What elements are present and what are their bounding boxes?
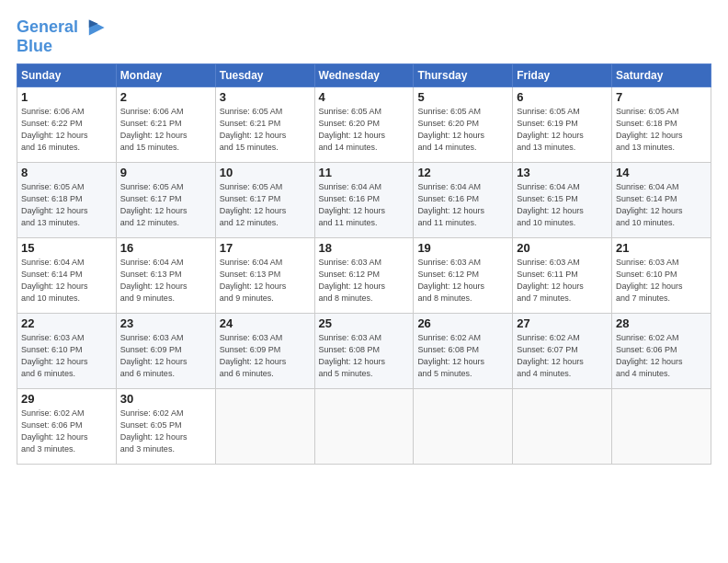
day-info: Sunrise: 6:02 AMSunset: 6:07 PMDaylight:… [517, 332, 608, 380]
calendar-cell: 11Sunrise: 6:04 AMSunset: 6:16 PMDayligh… [314, 163, 414, 238]
calendar-cell: 24Sunrise: 6:03 AMSunset: 6:09 PMDayligh… [215, 314, 314, 389]
calendar-cell: 17Sunrise: 6:04 AMSunset: 6:13 PMDayligh… [215, 238, 314, 314]
calendar-cell: 8Sunrise: 6:05 AMSunset: 6:18 PMDaylight… [17, 163, 117, 238]
day-info: Sunrise: 6:02 AMSunset: 6:05 PMDaylight:… [120, 408, 211, 455]
day-number: 8 [21, 166, 112, 179]
day-info: Sunrise: 6:06 AMSunset: 6:22 PMDaylight:… [21, 106, 112, 154]
calendar-week-row: 1Sunrise: 6:06 AMSunset: 6:22 PMDaylight… [17, 87, 711, 163]
day-number: 2 [120, 90, 211, 104]
calendar-week-row: 29Sunrise: 6:02 AMSunset: 6:06 PMDayligh… [17, 389, 711, 465]
calendar-cell: 12Sunrise: 6:04 AMSunset: 6:16 PMDayligh… [414, 163, 513, 238]
calendar-cell: 22Sunrise: 6:03 AMSunset: 6:10 PMDayligh… [17, 314, 117, 389]
day-info: Sunrise: 6:05 AMSunset: 6:20 PMDaylight:… [417, 106, 508, 154]
day-info: Sunrise: 6:05 AMSunset: 6:17 PMDaylight:… [220, 181, 311, 229]
weekday-header: Tuesday [215, 64, 314, 87]
day-number: 23 [120, 316, 211, 330]
day-number: 6 [517, 90, 608, 104]
day-info: Sunrise: 6:05 AMSunset: 6:18 PMDaylight:… [616, 106, 707, 154]
weekday-header: Thursday [414, 64, 513, 87]
day-number: 4 [319, 90, 410, 104]
day-number: 12 [417, 166, 508, 179]
calendar-cell: 5Sunrise: 6:05 AMSunset: 6:20 PMDaylight… [414, 87, 513, 163]
calendar-cell: 4Sunrise: 6:05 AMSunset: 6:20 PMDaylight… [314, 87, 414, 163]
calendar-cell [612, 389, 711, 465]
calendar-cell [314, 389, 414, 465]
day-info: Sunrise: 6:03 AMSunset: 6:08 PMDaylight:… [319, 332, 410, 380]
day-info: Sunrise: 6:04 AMSunset: 6:16 PMDaylight:… [319, 181, 410, 229]
day-info: Sunrise: 6:04 AMSunset: 6:15 PMDaylight:… [517, 181, 608, 229]
day-info: Sunrise: 6:02 AMSunset: 6:06 PMDaylight:… [616, 332, 707, 380]
day-number: 5 [417, 90, 508, 104]
day-number: 9 [120, 166, 211, 179]
day-info: Sunrise: 6:05 AMSunset: 6:19 PMDaylight:… [517, 106, 608, 154]
day-number: 10 [220, 166, 311, 179]
day-info: Sunrise: 6:04 AMSunset: 6:14 PMDaylight:… [21, 257, 112, 304]
calendar-cell: 15Sunrise: 6:04 AMSunset: 6:14 PMDayligh… [17, 238, 117, 314]
calendar-cell: 7Sunrise: 6:05 AMSunset: 6:18 PMDaylight… [612, 87, 711, 163]
day-number: 20 [517, 241, 608, 255]
day-info: Sunrise: 6:05 AMSunset: 6:21 PMDaylight:… [220, 106, 311, 154]
day-info: Sunrise: 6:03 AMSunset: 6:09 PMDaylight:… [120, 332, 211, 380]
calendar-cell: 20Sunrise: 6:03 AMSunset: 6:11 PMDayligh… [513, 238, 612, 314]
calendar-table: SundayMondayTuesdayWednesdayThursdayFrid… [17, 63, 711, 465]
weekday-header: Friday [513, 64, 612, 87]
day-info: Sunrise: 6:04 AMSunset: 6:14 PMDaylight:… [616, 181, 707, 229]
calendar-cell: 27Sunrise: 6:02 AMSunset: 6:07 PMDayligh… [513, 314, 612, 389]
day-number: 18 [319, 241, 410, 255]
day-info: Sunrise: 6:02 AMSunset: 6:08 PMDaylight:… [417, 332, 508, 380]
day-info: Sunrise: 6:05 AMSunset: 6:18 PMDaylight:… [21, 181, 112, 229]
day-number: 3 [220, 90, 311, 104]
logo-icon [80, 15, 106, 40]
page-container: General Blue SundayMondayTuesdayWednesda… [0, 0, 728, 474]
calendar-cell: 21Sunrise: 6:03 AMSunset: 6:10 PMDayligh… [612, 238, 711, 314]
calendar-week-row: 8Sunrise: 6:05 AMSunset: 6:18 PMDaylight… [17, 163, 711, 238]
calendar-cell: 25Sunrise: 6:03 AMSunset: 6:08 PMDayligh… [314, 314, 414, 389]
day-number: 29 [21, 392, 112, 406]
calendar-cell: 28Sunrise: 6:02 AMSunset: 6:06 PMDayligh… [612, 314, 711, 389]
day-info: Sunrise: 6:06 AMSunset: 6:21 PMDaylight:… [120, 106, 211, 154]
day-number: 22 [21, 316, 112, 330]
day-info: Sunrise: 6:03 AMSunset: 6:11 PMDaylight:… [517, 257, 608, 304]
day-info: Sunrise: 6:04 AMSunset: 6:16 PMDaylight:… [417, 181, 508, 229]
day-info: Sunrise: 6:05 AMSunset: 6:20 PMDaylight:… [319, 106, 410, 154]
calendar-cell: 29Sunrise: 6:02 AMSunset: 6:06 PMDayligh… [17, 389, 117, 465]
day-number: 19 [417, 241, 508, 255]
logo-text: General [17, 18, 78, 37]
weekday-header: Monday [116, 64, 215, 87]
day-number: 14 [616, 166, 707, 179]
day-info: Sunrise: 6:04 AMSunset: 6:13 PMDaylight:… [120, 257, 211, 304]
day-number: 21 [616, 241, 707, 255]
weekday-header: Sunday [17, 64, 117, 87]
day-info: Sunrise: 6:03 AMSunset: 6:10 PMDaylight:… [616, 257, 707, 304]
calendar-cell: 2Sunrise: 6:06 AMSunset: 6:21 PMDaylight… [116, 87, 215, 163]
day-number: 24 [220, 316, 311, 330]
calendar-cell: 3Sunrise: 6:05 AMSunset: 6:21 PMDaylight… [215, 87, 314, 163]
calendar-cell: 26Sunrise: 6:02 AMSunset: 6:08 PMDayligh… [414, 314, 513, 389]
calendar-cell: 19Sunrise: 6:03 AMSunset: 6:12 PMDayligh… [414, 238, 513, 314]
calendar-header-row: SundayMondayTuesdayWednesdayThursdayFrid… [17, 64, 711, 87]
day-info: Sunrise: 6:03 AMSunset: 6:09 PMDaylight:… [220, 332, 311, 380]
day-info: Sunrise: 6:03 AMSunset: 6:12 PMDaylight:… [319, 257, 410, 304]
day-number: 30 [120, 392, 211, 406]
calendar-cell: 14Sunrise: 6:04 AMSunset: 6:14 PMDayligh… [612, 163, 711, 238]
day-info: Sunrise: 6:02 AMSunset: 6:06 PMDaylight:… [21, 408, 112, 455]
day-number: 26 [417, 316, 508, 330]
day-number: 11 [319, 166, 410, 179]
calendar-cell [414, 389, 513, 465]
calendar-cell: 6Sunrise: 6:05 AMSunset: 6:19 PMDaylight… [513, 87, 612, 163]
day-info: Sunrise: 6:03 AMSunset: 6:10 PMDaylight:… [21, 332, 112, 380]
day-number: 15 [21, 241, 112, 255]
day-number: 1 [21, 90, 112, 104]
day-info: Sunrise: 6:05 AMSunset: 6:17 PMDaylight:… [120, 181, 211, 229]
logo: General Blue [17, 15, 106, 56]
calendar-week-row: 22Sunrise: 6:03 AMSunset: 6:10 PMDayligh… [17, 314, 711, 389]
day-number: 7 [616, 90, 707, 104]
day-number: 16 [120, 241, 211, 255]
calendar-cell: 1Sunrise: 6:06 AMSunset: 6:22 PMDaylight… [17, 87, 117, 163]
header: General Blue [17, 15, 711, 56]
day-number: 25 [319, 316, 410, 330]
day-number: 28 [616, 316, 707, 330]
day-info: Sunrise: 6:03 AMSunset: 6:12 PMDaylight:… [417, 257, 508, 304]
calendar-cell: 23Sunrise: 6:03 AMSunset: 6:09 PMDayligh… [116, 314, 215, 389]
calendar-cell: 9Sunrise: 6:05 AMSunset: 6:17 PMDaylight… [116, 163, 215, 238]
